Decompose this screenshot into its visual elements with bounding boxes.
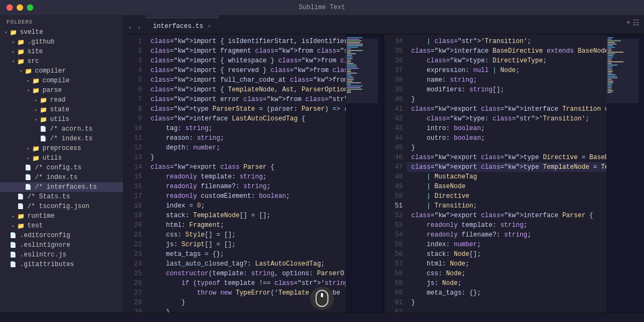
line-number-40: 40 [384, 95, 403, 104]
tree-item-compile[interactable]: ▸📁compile [0, 76, 123, 85]
code-line-59: readonly filename?: string; [407, 230, 606, 240]
tree-item-state[interactable]: ▸📁state [0, 105, 123, 115]
code-line-18: readonly template: string; [146, 172, 346, 182]
tree-item-github[interactable]: ▸📁.github [0, 37, 123, 47]
minimap-line [347, 73, 357, 74]
tree-item-stats-ts[interactable]: 📄/* Stats.ts [0, 192, 123, 202]
line-number-54: 54 [384, 230, 403, 240]
nav-back-arrow[interactable]: ‹ [126, 22, 134, 34]
code-line-34: | class="str">'Transition'; [407, 37, 606, 46]
tree-item-config-ts[interactable]: 📄/* config.ts [0, 163, 123, 173]
tree-item-editorconfig[interactable]: 📄.editorconfig [0, 231, 123, 240]
layout-button[interactable]: ☷ [633, 18, 640, 27]
minimap-line [347, 89, 362, 90]
tree-label-gitattributes: .gitattributes [20, 261, 74, 268]
tree-item-tsconfig-json[interactable]: 📄/* tsconfig.json [0, 202, 123, 211]
folder-icon-runtime: 📁 [17, 213, 26, 220]
minimap-line [607, 61, 624, 62]
tree-item-preprocess[interactable]: ▸📁preprocess [0, 144, 123, 153]
minimap-line [347, 74, 351, 75]
tree-label-compiler: compiler [35, 67, 66, 75]
folder-arrow-read[interactable]: ▸ [32, 97, 40, 103]
minimize-button[interactable] [17, 4, 23, 11]
line-number-2: 2 [124, 46, 142, 56]
folder-arrow-state[interactable]: ▸ [32, 107, 40, 113]
code-line-28: meta_tags = {}; [146, 249, 346, 259]
tree-item-acorn-ts[interactable]: 📄/* acorn.ts [0, 124, 123, 134]
minimap-line [347, 56, 353, 58]
folder-arrow-github[interactable]: ▸ [10, 39, 17, 45]
file-icon-eslintrc-js: 📄 [10, 252, 18, 258]
line-number-50: 50 [384, 191, 403, 201]
minimap-line [347, 63, 354, 64]
tree-item-utils-comp[interactable]: ▸📁utils [0, 153, 123, 163]
minimap-line [607, 42, 615, 43]
tree-item-gitattributes[interactable]: 📄.gitattributes [0, 260, 123, 269]
folder-arrow-parse[interactable]: ▾ [25, 88, 32, 94]
minimap-line [607, 44, 617, 45]
tree-item-read[interactable]: ▸📁read [0, 95, 123, 105]
right-scrollbar[interactable] [639, 34, 644, 312]
folder-arrow-src[interactable]: ▾ [10, 59, 17, 65]
code-line-1: class="kw">import { isIdentifierStart, i… [146, 37, 346, 46]
folder-arrow-utils-parse[interactable]: ▸ [32, 117, 40, 123]
folder-arrow-site[interactable]: ▸ [10, 49, 17, 55]
tree-item-runtime[interactable]: ▸📁runtime [0, 211, 123, 221]
folder-arrow-compile[interactable]: ▸ [25, 78, 32, 84]
folder-arrow-test[interactable]: ▸ [10, 223, 17, 229]
tree-item-index-ts2[interactable]: 📄/* index.ts [0, 173, 123, 182]
line-number-35: 35 [384, 46, 403, 56]
code-line-23: stack: TemplateNode[] = []; [146, 211, 346, 220]
folder-icon-utils-parse: 📁 [40, 116, 48, 123]
file-icon-config-ts: 📄 [25, 164, 33, 171]
tree-item-site[interactable]: ▸📁site [0, 47, 123, 56]
folder-icon-test: 📁 [17, 223, 26, 230]
tree-item-compiler[interactable]: ▾📁compiler [0, 66, 123, 76]
line-number-11: 11 [124, 133, 142, 143]
tree-item-test[interactable]: ▸📁test [0, 221, 123, 231]
tree-item-svelte[interactable]: ▾📁svelte [0, 27, 123, 37]
tree-item-parse[interactable]: ▾📁parse [0, 85, 123, 95]
line-number-7: 7 [124, 95, 142, 104]
folder-arrow-runtime[interactable]: ▸ [10, 213, 17, 219]
line-number-39: 39 [384, 85, 403, 95]
code-line-44: class="kw">type: class="str">'Transition… [407, 114, 606, 124]
right-editor-pane: 3435363738394041424344454647484950515253… [383, 34, 644, 312]
line-number-6: 6 [124, 85, 142, 95]
code-line-14: depth: number; [146, 143, 346, 153]
code-line-29: last_auto_closed_tag?: LastAutoClosedTag… [146, 259, 346, 269]
code-line-54: | Directive [407, 191, 606, 201]
tab-close-interfaces-ts-tab[interactable]: ✕ [207, 23, 211, 30]
minimap-line [347, 77, 354, 78]
right-code-content[interactable]: | class="str">'Transition';class="kw">in… [407, 34, 606, 312]
line-number-18: 18 [124, 201, 142, 211]
close-button[interactable] [6, 4, 13, 11]
minimap-line [347, 79, 354, 80]
minimap-line [607, 89, 612, 90]
line-number-61: 61 [384, 298, 403, 307]
maximize-button[interactable] [27, 4, 33, 11]
line-number-14: 14 [124, 162, 142, 172]
left-scrollbar[interactable] [378, 34, 383, 312]
nav-forward-arrow[interactable]: › [135, 22, 143, 34]
line-number-15: 15 [124, 172, 142, 182]
line-number-8: 8 [124, 104, 142, 114]
tree-item-interfaces-ts[interactable]: 📄/* interfaces.ts [0, 182, 123, 192]
folder-arrow-preprocess[interactable]: ▸ [25, 146, 32, 152]
tree-item-eslintignore[interactable]: 📄.eslintignore [0, 240, 123, 250]
left-editor-pane: 1234567891011121314151617181920212223242… [124, 34, 383, 312]
left-code-content[interactable]: class="kw">import { isIdentifierStart, i… [146, 34, 346, 312]
new-tab-button[interactable]: + [626, 18, 631, 27]
minimap-line [607, 66, 613, 67]
app-title: Sublime Text [299, 4, 345, 11]
folder-arrow-utils-comp[interactable]: ▸ [25, 155, 32, 161]
tree-item-utils-parse[interactable]: ▸📁utils [0, 115, 123, 124]
folder-arrow-svelte[interactable]: ▾ [2, 30, 10, 35]
tree-item-index-ts[interactable]: 📄/* index.ts [0, 134, 123, 144]
tab-bar-right: + ☷ [626, 18, 640, 27]
tree-item-src[interactable]: ▾📁src [0, 56, 123, 66]
folder-arrow-compiler[interactable]: ▾ [17, 68, 25, 74]
tree-item-eslintrc-js[interactable]: 📄.eslintrc.js [0, 250, 123, 260]
tab-interfaces-ts-tab[interactable]: interfaces.ts✕ [145, 18, 219, 34]
line-number-19: 19 [124, 211, 142, 220]
